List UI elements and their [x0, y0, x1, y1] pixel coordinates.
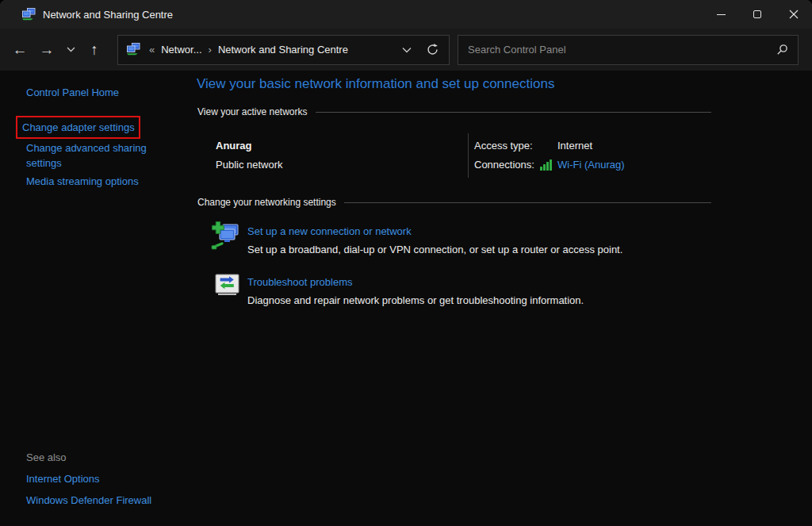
active-networks-section-header: View your active networks	[197, 106, 711, 117]
network-sharing-centre-window: Network and Sharing Centre ← → ↑	[0, 0, 812, 526]
chevron-down-icon	[67, 47, 75, 52]
sidebar-item-change-advanced-sharing-settings[interactable]: Change advanced sharing settings	[26, 140, 155, 171]
navigation-toolbar: ← → ↑ « Networ... › Network and Sharing …	[0, 29, 812, 71]
forward-button[interactable]: →	[33, 36, 60, 63]
network-name: Anurag	[216, 140, 252, 152]
page-title: View your basic network information and …	[197, 76, 554, 92]
connections-label: Connections:	[474, 159, 534, 171]
window-title: Network and Sharing Centre	[43, 9, 173, 21]
breadcrumb-overflow-button[interactable]: «	[145, 44, 159, 56]
back-button[interactable]: ←	[6, 36, 33, 63]
access-type-label: Access type:	[474, 140, 533, 152]
see-also-heading: See also	[26, 451, 67, 463]
active-networks-heading: View your active networks	[197, 106, 308, 117]
access-type-value: Internet	[557, 140, 592, 152]
refresh-icon[interactable]	[426, 43, 439, 56]
breadcrumb-current[interactable]: Network and Sharing Centre	[216, 44, 350, 56]
network-sharing-app-icon	[21, 8, 36, 21]
up-button[interactable]: ↑	[81, 36, 108, 63]
titlebar: Network and Sharing Centre	[0, 0, 812, 29]
troubleshoot-icon	[215, 274, 239, 296]
sidebar-item-internet-options[interactable]: Internet Options	[26, 473, 100, 485]
minimize-icon	[717, 14, 726, 15]
sidebar-item-windows-defender-firewall[interactable]: Windows Defender Firewall	[26, 494, 151, 506]
new-connection-icon	[211, 221, 241, 251]
address-dropdown-icon[interactable]	[402, 47, 412, 53]
wifi-connection-link[interactable]: Wi-Fi (Anurag)	[557, 159, 625, 171]
sidebar-item-control-panel-home[interactable]: Control Panel Home	[26, 86, 119, 98]
setup-new-connection-link[interactable]: Set up a new connection or network	[247, 225, 412, 237]
network-profile: Public network	[216, 159, 283, 171]
section-divider-line	[344, 202, 711, 203]
close-button[interactable]	[776, 0, 812, 29]
search-box[interactable]	[458, 35, 799, 65]
highlight-annotation-box: Change adapter settings	[16, 116, 140, 139]
network-panel-divider	[468, 133, 469, 178]
close-icon	[789, 10, 799, 19]
address-bar[interactable]: « Networ... › Network and Sharing Centre	[117, 35, 450, 65]
network-sharing-icon	[126, 43, 142, 57]
troubleshoot-problems-description: Diagnose and repair network problems or …	[247, 294, 584, 306]
search-icon[interactable]	[776, 44, 788, 56]
sidebar-item-media-streaming-options[interactable]: Media streaming options	[26, 175, 139, 187]
recent-locations-button[interactable]	[60, 36, 81, 63]
breadcrumb-separator-icon[interactable]: ›	[205, 44, 216, 56]
setup-new-connection-description: Set up a broadband, dial-up or VPN conne…	[247, 244, 622, 255]
minimize-button[interactable]	[703, 0, 739, 29]
content-area: Control Panel Home Change adapter settin…	[0, 71, 812, 526]
window-controls	[703, 0, 812, 29]
search-input[interactable]	[468, 44, 776, 56]
networking-settings-heading: Change your networking settings	[197, 197, 336, 208]
networking-settings-section-header: Change your networking settings	[197, 197, 711, 208]
sidebar-item-change-adapter-settings[interactable]: Change adapter settings	[22, 121, 135, 133]
section-divider-line	[316, 112, 711, 113]
wifi-signal-icon	[540, 159, 553, 171]
maximize-icon	[753, 10, 761, 18]
breadcrumb-parent[interactable]: Networ...	[159, 44, 204, 56]
troubleshoot-problems-link[interactable]: Troubleshoot problems	[247, 276, 352, 288]
maximize-button[interactable]	[739, 0, 776, 29]
